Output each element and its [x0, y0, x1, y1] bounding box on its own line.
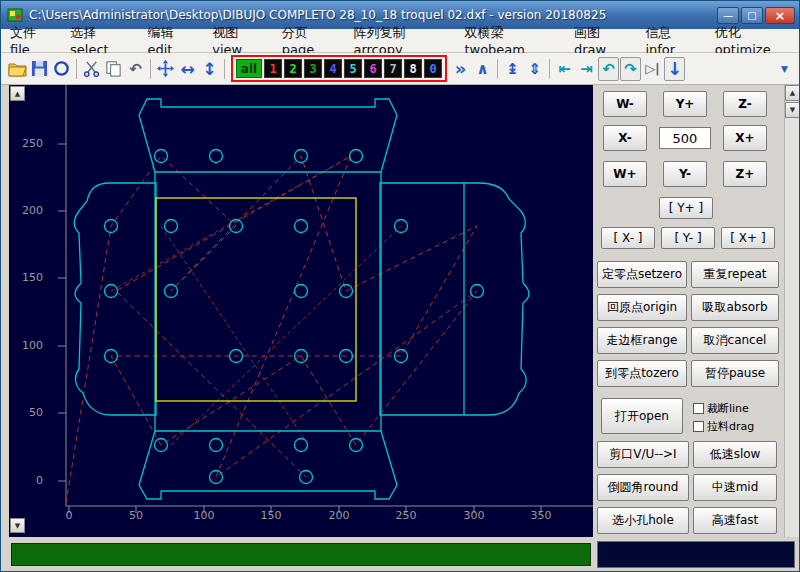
menu-item-view[interactable]: 视图view [203, 29, 272, 52]
checkbox-icon [693, 403, 704, 414]
toolbar-separator [549, 59, 550, 79]
y-axis-label: 200 [13, 204, 43, 217]
copy-icon [105, 60, 122, 77]
layer-button-5[interactable]: 5 [344, 59, 362, 78]
step-to-end-button[interactable]: ▷| [642, 57, 663, 81]
control-panel: W- Y+ Z- X- X+ W+ Y- Z+ [ Y+ ] [ X- ] [ … [595, 85, 783, 537]
open-file-button[interactable] [7, 57, 28, 81]
jog-y-plus-button[interactable]: Y+ [663, 91, 707, 117]
origin-button[interactable]: 回原点origin [597, 294, 687, 321]
repeat-button[interactable]: 重复repeat [691, 261, 779, 288]
menu-bar: 文件file 选择select 编辑edit 视图view 分页page 阵列复… [1, 29, 799, 53]
align-left-button[interactable]: ⇤ [554, 57, 575, 81]
toolbar: ↶ ↔ ↕ all 1 2 3 4 5 6 7 8 0 » [1, 53, 799, 85]
nick-vu-button[interactable]: 剪口V/U-->I [597, 441, 689, 468]
jog-y-minus-button[interactable]: Y- [663, 161, 707, 187]
checkbox-cut-line[interactable]: 裁断line [693, 401, 749, 416]
menu-item-file[interactable]: 文件file [1, 29, 61, 52]
scrollbar-down-button[interactable]: ▼ [785, 102, 800, 118]
layer-button-1[interactable]: 1 [264, 59, 282, 78]
status-display [597, 541, 795, 568]
toolbar-separator [150, 59, 151, 79]
app-logo-icon [7, 7, 23, 23]
feed-rate-input[interactable] [659, 127, 711, 149]
open-button-panel[interactable]: 打开open [601, 398, 683, 434]
window-title: C:\Users\Administrator\Desktop\DIBUJO CO… [29, 8, 715, 22]
menu-item-edit[interactable]: 编辑edit [138, 29, 203, 52]
scrollbar-up-button[interactable]: ▲ [785, 85, 800, 101]
move-vertical-button[interactable]: ↕ [199, 57, 220, 81]
jog-x-minus-button[interactable]: X- [603, 125, 647, 151]
close-button[interactable]: × [765, 7, 795, 24]
folder-icon [8, 61, 27, 77]
app-window: C:\Users\Administrator\Desktop\DIBUJO CO… [0, 0, 800, 572]
menu-item-draw[interactable]: 画图draw [565, 29, 636, 52]
fast-speed-button[interactable]: 高速fast [693, 507, 777, 534]
circle-icon [53, 60, 70, 77]
cancel-button[interactable]: 取消cancel [691, 327, 779, 354]
step-y-minus-button[interactable]: [ Y- ] [661, 227, 715, 249]
floppy-icon [31, 60, 48, 77]
layer-button-6[interactable]: 6 [364, 59, 382, 78]
move-icon [156, 59, 175, 78]
x-axis-label: 250 [388, 509, 424, 522]
menu-item-infor[interactable]: 信息infor [636, 29, 705, 52]
layer-button-3[interactable]: 3 [304, 59, 322, 78]
step-y-plus-button[interactable]: [ Y+ ] [659, 197, 713, 219]
fast-forward-button[interactable]: » [450, 57, 471, 81]
toolbar-separator [224, 59, 225, 79]
layer-button-4[interactable]: 4 [324, 59, 342, 78]
panel-scrollbar[interactable]: ▲ ▼ [784, 85, 800, 537]
maximize-button[interactable]: □ [741, 7, 763, 24]
stretch-vertical-button[interactable]: ⇕ [524, 57, 545, 81]
chevron-up-button[interactable]: ∧ [472, 57, 493, 81]
menu-item-optimize[interactable]: 优化optimize [706, 29, 799, 52]
menu-item-page[interactable]: 分页page [273, 29, 345, 52]
copy-button[interactable] [103, 57, 124, 81]
step-x-plus-button[interactable]: [ X+ ] [721, 227, 775, 249]
mid-speed-button[interactable]: 中速mid [693, 474, 777, 501]
layer-button-2[interactable]: 2 [284, 59, 302, 78]
to-zero-button[interactable]: 到零点tozero [597, 360, 687, 387]
jog-x-plus-button[interactable]: X+ [723, 125, 767, 151]
x-axis-label: 150 [253, 509, 289, 522]
range-button[interactable]: 走边框range [597, 327, 687, 354]
set-zero-button[interactable]: 定零点setzero [597, 261, 687, 288]
slow-speed-button[interactable]: 低速slow [693, 441, 777, 468]
layer-button-8[interactable]: 8 [404, 59, 422, 78]
layer-button-0[interactable]: 0 [424, 59, 442, 78]
cut-button[interactable] [81, 57, 102, 81]
step-x-minus-button[interactable]: [ X- ] [601, 227, 655, 249]
download-arrow-button[interactable]: ↓ [664, 57, 685, 81]
round-corner-button[interactable]: 倒圆角round [597, 474, 689, 501]
absorb-button[interactable]: 吸取absorb [691, 294, 779, 321]
rotate-right-button[interactable]: ↷ [620, 57, 641, 81]
new-button[interactable] [51, 57, 72, 81]
toolbar-overflow-button[interactable]: ▼ [774, 57, 795, 81]
move-button[interactable] [155, 57, 176, 81]
jog-w-plus-button[interactable]: W+ [603, 161, 647, 187]
menu-item-select[interactable]: 选择select [61, 29, 138, 52]
canvas-scroll-down-button[interactable]: ▼ [10, 518, 25, 533]
move-horizontal-button[interactable]: ↔ [177, 57, 198, 81]
save-button[interactable] [29, 57, 50, 81]
checkbox-pull-material[interactable]: 拉料drag [693, 419, 754, 434]
layer-button-7[interactable]: 7 [384, 59, 402, 78]
minimize-button[interactable]: — [717, 7, 739, 24]
menu-item-twobeam[interactable]: 双横梁twobeam [455, 29, 565, 52]
pause-button[interactable]: 暂停pause [691, 360, 779, 387]
checkbox-label: 裁断line [707, 401, 749, 416]
menu-item-arrcopy[interactable]: 阵列复制arrcopy [344, 29, 455, 52]
jog-z-minus-button[interactable]: Z- [723, 91, 767, 117]
drawing-canvas[interactable]: 250 200 150 100 50 0 0 50 100 150 200 25… [9, 85, 593, 537]
canvas-scroll-up-button[interactable]: ▲ [10, 86, 25, 101]
down-arrow-icon: ▼ [790, 106, 795, 114]
rotate-left-button[interactable]: ↶ [598, 57, 619, 81]
layer-all-button[interactable]: all [236, 59, 262, 78]
expand-vertical-button[interactable]: ↨ [502, 57, 523, 81]
small-hole-button[interactable]: 选小孔hole [597, 507, 689, 534]
jog-w-minus-button[interactable]: W- [603, 91, 647, 117]
jog-z-plus-button[interactable]: Z+ [723, 161, 767, 187]
undo-button[interactable]: ↶ [125, 57, 146, 81]
align-right-button[interactable]: ⇥ [576, 57, 597, 81]
